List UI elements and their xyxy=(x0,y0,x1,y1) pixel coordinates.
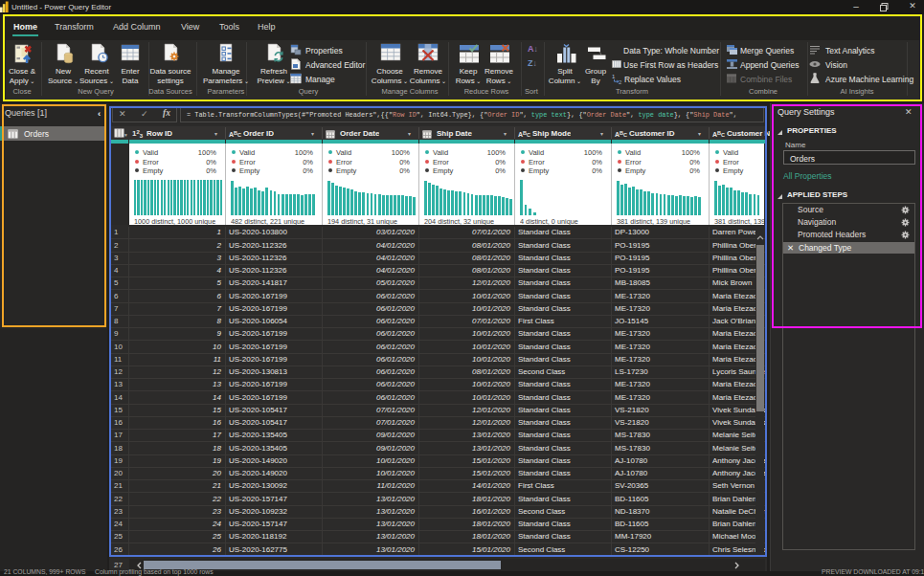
svg-text:2: 2 xyxy=(619,79,622,85)
svg-text:1: 1 xyxy=(612,74,616,79)
